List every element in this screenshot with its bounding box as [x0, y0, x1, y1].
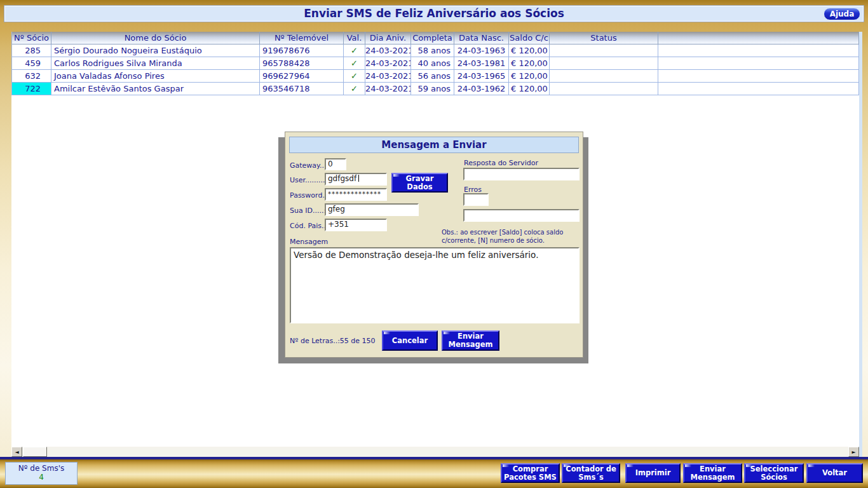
sms-count-value: 4 — [6, 473, 77, 482]
cell-extra — [658, 44, 859, 57]
imprimir-button[interactable]: Imprimir — [625, 463, 681, 483]
horizontal-scrollbar[interactable]: ◄ ► — [11, 447, 859, 457]
column-header-status[interactable]: Status — [550, 32, 658, 44]
password-field[interactable]: ************** — [325, 188, 387, 201]
cell-nasc: 24-03-1962 — [454, 83, 509, 95]
cell-nasc: 24-03-1981 — [454, 57, 509, 70]
cell-num: 285 — [12, 44, 51, 57]
cell-nome: Carlos Rodrigues Silva Miranda — [51, 57, 260, 70]
user-label: User.........: — [290, 176, 327, 184]
erros-field[interactable] — [463, 193, 489, 206]
id-field[interactable]: gfeg — [325, 203, 419, 216]
page-title: Enviar SMS de Feliz Aniversário aos Sóci… — [5, 6, 863, 21]
cell-tel: 965788428 — [260, 57, 344, 70]
cancelar-button[interactable]: Cancelar — [382, 330, 438, 351]
title-bar: Enviar SMS de Feliz Aniversário aos Sóci… — [4, 6, 864, 22]
cell-saldo: € 120,00 — [509, 83, 550, 95]
seleccionar-socios-button[interactable]: Seleccionar Sócios — [744, 463, 804, 483]
column-header-nome[interactable]: Nome do Sócio — [51, 32, 260, 44]
password-label: Password.: — [290, 191, 327, 200]
cell-num: 632 — [12, 70, 51, 83]
cell-dia: 24-03-2021 — [365, 57, 411, 70]
column-header-val[interactable]: Val. — [344, 32, 365, 44]
enviar-mensagem-dialog-button[interactable]: Enviar Mensagem — [442, 330, 499, 351]
cell-nome: Amilcar Estêvão Santos Gaspar — [51, 83, 260, 95]
cell-tel: 963546718 — [260, 83, 344, 95]
cell-completa: 58 anos — [411, 44, 454, 57]
table-row[interactable]: 459 Carlos Rodrigues Silva Miranda 96578… — [11, 57, 859, 70]
cell-dia: 24-03-2021 — [365, 44, 411, 57]
column-header-saldo[interactable]: Saldo C/c — [509, 32, 550, 44]
column-header-tel[interactable]: Nº Telemóvel — [260, 32, 344, 44]
cell-dia: 24-03-2021 — [365, 70, 411, 83]
cell-completa: 56 anos — [411, 70, 454, 83]
scroll-left-icon[interactable]: ◄ — [11, 447, 22, 457]
cell-nasc: 24-03-1965 — [454, 70, 509, 83]
cell-extra — [658, 57, 859, 70]
cell-saldo: € 120,00 — [509, 44, 550, 57]
column-header-nasc[interactable]: Data Nasc. — [454, 32, 509, 44]
scrollbar-thumb[interactable] — [23, 447, 47, 457]
gateway-label: Gateway..: — [290, 161, 327, 170]
voltar-button[interactable]: Voltar — [806, 463, 863, 483]
column-header-completa[interactable]: Completa — [411, 32, 454, 44]
cell-nasc: 24-03-1963 — [454, 44, 509, 57]
sms-count-box: Nº de Sms's 4 — [5, 462, 78, 485]
table-row-selected[interactable]: 722 Amilcar Estêvão Santos Gaspar 963546… — [11, 83, 859, 95]
scroll-right-icon[interactable]: ► — [848, 447, 859, 457]
contador-de-sms-button[interactable]: Contador de Sms´s — [562, 463, 620, 483]
dialog-title: Mensagem a Enviar — [289, 137, 579, 153]
cell-nome: Sérgio Dourado Nogueira Eustáquio — [51, 44, 260, 57]
resposta-field[interactable] — [463, 168, 580, 180]
mensagem-textarea[interactable]: Versão de Demonstração deseja-lhe um fel… — [290, 247, 580, 323]
pais-label: Cód. Pais..: — [290, 222, 329, 230]
cell-dia: 24-03-2021 — [365, 83, 411, 95]
check-icon: ✓ — [344, 83, 365, 95]
id-label: Sua ID.....: — [290, 207, 326, 215]
table-row[interactable]: 632 Joana Valadas Afonso Pires 969627964… — [11, 70, 859, 83]
right-frame-strip — [859, 32, 862, 459]
table-header: Nº Sócio Nome do Sócio Nº Telemóvel Val.… — [11, 32, 859, 44]
cell-status — [550, 70, 658, 83]
cell-tel: 969627964 — [260, 70, 344, 83]
gravar-dados-button[interactable]: Gravar Dados — [391, 173, 448, 193]
cell-tel: 919678676 — [260, 44, 344, 57]
cell-status — [550, 44, 658, 57]
user-field[interactable]: gdfgsdf — [325, 173, 387, 186]
cell-nome: Joana Valadas Afonso Pires — [51, 70, 260, 83]
cell-num: 459 — [12, 57, 51, 70]
cell-saldo: € 120,00 — [509, 70, 550, 83]
cell-status — [550, 57, 658, 70]
table-row[interactable]: 285 Sérgio Dourado Nogueira Eustáquio 91… — [11, 44, 859, 57]
check-icon: ✓ — [344, 57, 365, 70]
letras-counter: Nº de Letras..:55 de 150 — [290, 337, 376, 345]
cell-saldo: € 120,00 — [509, 57, 550, 70]
resposta-label: Resposta do Servidor — [464, 159, 538, 167]
user-value: gdfgsdf — [328, 174, 359, 183]
obs-note: Obs.: ao escrever [Saldo] coloca saldo c… — [442, 228, 581, 245]
erros-detail-field[interactable] — [463, 209, 580, 222]
check-icon: ✓ — [344, 70, 365, 83]
cell-completa: 40 anos — [411, 57, 454, 70]
cell-extra — [658, 83, 859, 95]
cell-completa: 59 anos — [411, 83, 454, 95]
check-icon: ✓ — [344, 44, 365, 57]
cell-num-selected: 722 — [12, 83, 51, 95]
sms-count-label: Nº de Sms's — [6, 464, 77, 473]
footer-bar: Nº de Sms's 4 Comprar Pacotes SMS Contad… — [0, 459, 868, 488]
column-header-dia[interactable]: Dia Aniv. — [365, 32, 411, 44]
mensagem-label: Mensagem — [290, 238, 328, 246]
comprar-pacotes-sms-button[interactable]: Comprar Pacotes SMS — [501, 463, 560, 483]
help-button[interactable]: Ajuda — [824, 8, 860, 20]
gateway-field[interactable]: 0 — [325, 158, 346, 170]
column-header-num[interactable]: Nº Sócio — [12, 32, 51, 44]
message-dialog: Mensagem a Enviar Gateway..: 0 User.....… — [285, 132, 583, 358]
cell-extra — [658, 70, 859, 83]
column-header-extra[interactable] — [658, 32, 859, 44]
pais-field[interactable]: +351 — [325, 219, 387, 231]
enviar-mensagem-button[interactable]: Enviar Mensagem — [683, 463, 742, 483]
cell-status — [550, 83, 658, 95]
